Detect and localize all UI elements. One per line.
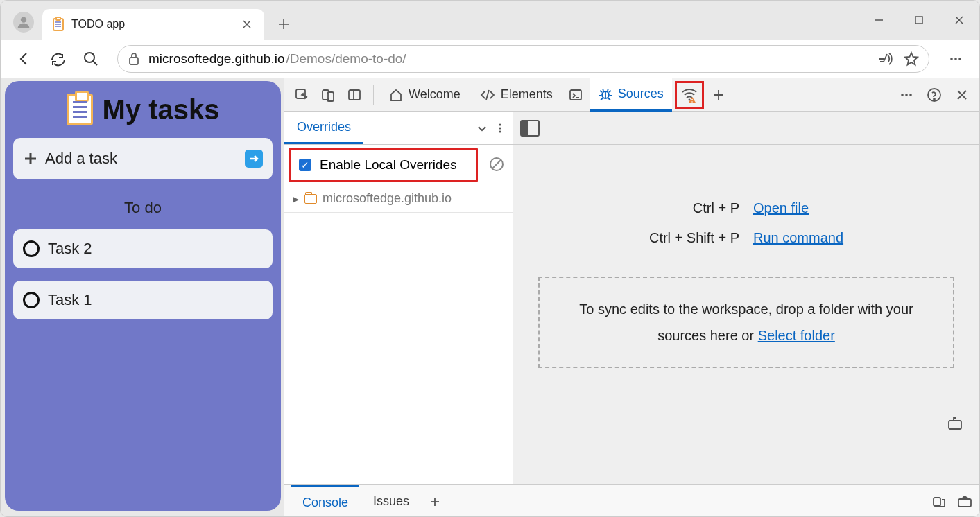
sources-editor-pane: Ctrl + P Open file Ctrl + Shift + P Run … [513,112,979,484]
clipboard-icon [67,94,93,125]
svg-line-27 [486,90,489,100]
drawer-link-icon[interactable] [932,496,947,508]
tab-network-highlighted[interactable] [675,81,704,109]
overrides-label: Enable Local Overrides [320,157,457,173]
console-shortcut-icon[interactable] [564,83,587,107]
svg-rect-53 [958,499,971,507]
svg-point-34 [691,101,693,103]
more-menu-button[interactable] [942,45,970,73]
override-domain-row[interactable]: ▸ microsoftedge.github.io [284,185,513,213]
caret-right-icon: ▸ [293,191,299,207]
lock-icon [128,52,140,66]
editor-toolbar [513,112,979,145]
svg-point-14 [85,53,94,62]
svg-point-37 [901,94,904,96]
tab-elements[interactable]: Elements [472,78,561,112]
devtools-close-icon[interactable] [950,83,974,107]
enable-local-overrides-row[interactable]: ✓ Enable Local Overrides [289,148,478,182]
folder-icon [304,194,317,204]
network-warning-icon [680,86,698,104]
add-task-input[interactable]: Add a task [13,138,273,179]
svg-point-0 [21,17,26,23]
window-close-button[interactable] [939,6,979,34]
tab-welcome[interactable]: Welcome [381,78,469,112]
task-checkbox[interactable] [23,240,40,257]
add-task-placeholder: Add a task [45,150,117,168]
svg-point-19 [958,58,961,60]
plus-icon [23,151,38,166]
kebab-menu-icon[interactable] [495,123,506,134]
new-tab-button[interactable] [270,10,298,38]
browser-tab[interactable]: TODO app [42,9,264,40]
todo-header: My tasks [13,94,273,125]
svg-point-39 [909,94,912,96]
svg-point-45 [499,127,501,129]
tab-sources[interactable]: Sources [590,78,672,112]
content-area: My tasks Add a task To do Task 2 Task 1 … [1,78,979,517]
help-icon[interactable] [922,83,946,107]
overrides-checkbox[interactable]: ✓ [299,159,311,171]
overrides-tab[interactable]: Overrides [284,112,363,144]
svg-point-44 [499,123,501,125]
refresh-button[interactable] [44,45,71,73]
svg-rect-11 [915,17,922,24]
window-controls [859,1,979,40]
device-toolbar-icon[interactable] [316,83,340,107]
drawer-expand-icon[interactable] [957,496,972,508]
section-label: To do [13,199,273,217]
task-checkbox[interactable] [23,292,40,308]
task-item[interactable]: Task 1 [13,281,273,319]
run-command-link[interactable]: Run command [753,230,861,246]
svg-point-38 [905,94,908,96]
url-host: microsoftedge.github.io [148,51,284,67]
dock-side-icon[interactable] [343,83,366,107]
todo-title: My tasks [103,94,220,125]
submit-task-button[interactable] [245,150,263,168]
run-command-shortcut: Ctrl + Shift + P Run command [632,230,861,246]
svg-rect-52 [934,498,940,506]
task-label: Task 1 [48,291,92,309]
address-bar[interactable]: microsoftedge.github.io/Demos/demo-to-do… [117,45,929,73]
svg-point-18 [954,58,957,60]
svg-rect-16 [130,58,138,64]
profile-avatar[interactable] [13,12,34,33]
bug-icon [599,87,612,100]
svg-point-41 [934,98,935,100]
devtools-more-icon[interactable] [895,83,918,107]
drawer-tab-console[interactable]: Console [291,485,359,517]
browser-titlebar: TODO app [1,1,979,40]
tab-title: TODO app [71,18,232,30]
chevron-down-icon[interactable] [476,123,488,134]
task-item[interactable]: Task 2 [13,229,273,268]
navigator-tabs: Overrides [284,112,513,145]
open-file-shortcut: Ctrl + P Open file [632,200,861,216]
devtools-body: Overrides ✓ Enable Local Overrides ▸ [284,112,979,484]
svg-rect-2 [56,17,60,20]
svg-point-17 [950,58,953,60]
svg-line-48 [492,160,501,168]
domain-label: microsoftedge.github.io [323,191,452,206]
coverage-icon[interactable] [947,417,964,430]
minimize-button[interactable] [859,6,899,34]
back-button[interactable] [10,45,38,73]
url-path: /Demos/demo-to-do/ [286,51,406,67]
svg-point-46 [499,130,501,132]
clear-overrides-icon[interactable] [489,157,506,173]
browser-toolbar: microsoftedge.github.io/Demos/demo-to-do… [1,40,979,78]
add-tab-button[interactable] [707,83,730,107]
toggle-navigator-icon[interactable] [520,120,540,137]
workspace-dropzone[interactable]: To sync edits to the workspace, drop a f… [538,277,954,368]
tab-close-icon[interactable] [239,17,255,32]
open-file-link[interactable]: Open file [753,200,861,216]
drawer-tab-issues[interactable]: Issues [362,485,420,517]
search-button[interactable] [77,45,105,73]
devtools-tabbar: Welcome Elements Sources [284,78,979,112]
home-icon [389,88,403,102]
select-folder-link[interactable]: Select folder [758,328,835,343]
drawer-add-tab[interactable] [423,496,447,507]
favorites-icon[interactable] [904,51,919,67]
inspect-element-icon[interactable] [290,83,313,107]
maximize-button[interactable] [899,6,939,34]
devtools-panel: Welcome Elements Sources [284,78,979,517]
read-aloud-icon[interactable] [877,51,893,67]
